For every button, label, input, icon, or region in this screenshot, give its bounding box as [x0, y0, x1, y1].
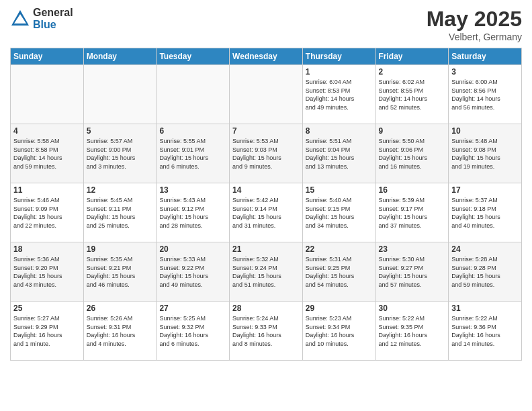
cell-w3-d2: 13Sunrise: 5:43 AM Sunset: 9:12 PM Dayli… [157, 183, 230, 242]
day-num-10: 10 [451, 126, 519, 136]
day-info-19: Sunrise: 5:35 AM Sunset: 9:21 PM Dayligh… [87, 255, 154, 289]
cell-w5-d5: 30Sunrise: 5:22 AM Sunset: 9:35 PM Dayli… [375, 302, 449, 361]
day-info-16: Sunrise: 5:39 AM Sunset: 9:17 PM Dayligh… [379, 196, 446, 230]
cell-w1-d4: 1Sunrise: 6:04 AM Sunset: 8:53 PM Daylig… [302, 65, 375, 124]
day-num-20: 20 [159, 244, 226, 254]
day-num-26: 26 [87, 304, 154, 313]
day-num-31: 31 [451, 304, 519, 313]
day-num-29: 29 [306, 304, 373, 313]
day-num-18: 18 [13, 244, 81, 254]
cell-w5-d1: 26Sunrise: 5:26 AM Sunset: 9:31 PM Dayli… [83, 302, 157, 361]
cell-w4-d6: 24Sunrise: 5:28 AM Sunset: 9:28 PM Dayli… [449, 242, 522, 302]
cell-w1-d0 [11, 65, 84, 124]
day-info-31: Sunrise: 5:22 AM Sunset: 9:36 PM Dayligh… [451, 314, 519, 348]
day-num-1: 1 [306, 67, 373, 77]
day-info-30: Sunrise: 5:22 AM Sunset: 9:35 PM Dayligh… [379, 314, 446, 348]
logo: General Blue [10, 7, 73, 30]
week-row-5: 25Sunrise: 5:27 AM Sunset: 9:29 PM Dayli… [11, 302, 522, 361]
logo-blue-text: Blue [33, 19, 73, 31]
cell-w5-d2: 27Sunrise: 5:25 AM Sunset: 9:32 PM Dayli… [157, 302, 230, 361]
day-num-13: 13 [159, 185, 226, 195]
week-row-3: 11Sunrise: 5:46 AM Sunset: 9:09 PM Dayli… [11, 183, 522, 242]
weekday-header-row: Sunday Monday Tuesday Wednesday Thursday… [11, 48, 522, 65]
day-num-19: 19 [87, 244, 154, 254]
day-num-17: 17 [451, 185, 519, 195]
cell-w3-d3: 14Sunrise: 5:42 AM Sunset: 9:14 PM Dayli… [230, 183, 303, 242]
day-info-4: Sunrise: 5:58 AM Sunset: 8:58 PM Dayligh… [13, 137, 81, 171]
day-info-23: Sunrise: 5:30 AM Sunset: 9:27 PM Dayligh… [379, 255, 446, 289]
cell-w2-d1: 5Sunrise: 5:57 AM Sunset: 9:00 PM Daylig… [83, 124, 157, 183]
day-info-25: Sunrise: 5:27 AM Sunset: 9:29 PM Dayligh… [13, 314, 81, 348]
logo-general-text: General [33, 7, 73, 19]
week-row-2: 4Sunrise: 5:58 AM Sunset: 8:58 PM Daylig… [11, 124, 522, 183]
cell-w4-d0: 18Sunrise: 5:36 AM Sunset: 9:20 PM Dayli… [11, 242, 84, 302]
cell-w3-d1: 12Sunrise: 5:45 AM Sunset: 9:11 PM Dayli… [83, 183, 157, 242]
day-info-28: Sunrise: 5:24 AM Sunset: 9:33 PM Dayligh… [232, 314, 300, 348]
day-info-7: Sunrise: 5:53 AM Sunset: 9:03 PM Dayligh… [232, 137, 300, 171]
day-num-30: 30 [379, 304, 446, 313]
cell-w4-d1: 19Sunrise: 5:35 AM Sunset: 9:21 PM Dayli… [83, 242, 157, 302]
cell-w2-d6: 10Sunrise: 5:48 AM Sunset: 9:08 PM Dayli… [449, 124, 522, 183]
day-num-3: 3 [451, 67, 519, 77]
day-num-6: 6 [159, 126, 226, 136]
day-num-12: 12 [87, 185, 154, 195]
cell-w1-d2 [157, 65, 230, 124]
cell-w5-d6: 31Sunrise: 5:22 AM Sunset: 9:36 PM Dayli… [449, 302, 522, 361]
day-num-8: 8 [306, 126, 373, 136]
day-num-14: 14 [232, 185, 300, 195]
cell-w3-d4: 15Sunrise: 5:40 AM Sunset: 9:15 PM Dayli… [302, 183, 375, 242]
th-wednesday: Wednesday [230, 48, 303, 65]
cell-w5-d0: 25Sunrise: 5:27 AM Sunset: 9:29 PM Dayli… [11, 302, 84, 361]
day-info-27: Sunrise: 5:25 AM Sunset: 9:32 PM Dayligh… [159, 314, 226, 348]
day-info-10: Sunrise: 5:48 AM Sunset: 9:08 PM Dayligh… [451, 137, 519, 171]
cell-w3-d0: 11Sunrise: 5:46 AM Sunset: 9:09 PM Dayli… [11, 183, 84, 242]
day-info-2: Sunrise: 6:02 AM Sunset: 8:55 PM Dayligh… [379, 78, 446, 111]
day-info-17: Sunrise: 5:37 AM Sunset: 9:18 PM Dayligh… [451, 196, 519, 230]
day-info-6: Sunrise: 5:55 AM Sunset: 9:01 PM Dayligh… [159, 137, 226, 171]
day-num-4: 4 [13, 126, 81, 136]
cell-w4-d2: 20Sunrise: 5:33 AM Sunset: 9:22 PM Dayli… [157, 242, 230, 302]
cell-w4-d4: 22Sunrise: 5:31 AM Sunset: 9:25 PM Dayli… [302, 242, 375, 302]
page: General Blue May 2025 Velbert, Germany S… [0, 0, 532, 411]
location: Velbert, Germany [427, 32, 522, 42]
th-sunday: Sunday [11, 48, 84, 65]
th-tuesday: Tuesday [157, 48, 230, 65]
month-title: May 2025 [427, 7, 522, 32]
day-num-25: 25 [13, 304, 81, 313]
day-num-24: 24 [451, 244, 519, 254]
th-friday: Friday [375, 48, 449, 65]
day-num-15: 15 [306, 185, 373, 195]
day-num-16: 16 [379, 185, 446, 195]
th-thursday: Thursday [302, 48, 375, 65]
cell-w1-d5: 2Sunrise: 6:02 AM Sunset: 8:55 PM Daylig… [375, 65, 449, 124]
day-info-18: Sunrise: 5:36 AM Sunset: 9:20 PM Dayligh… [13, 255, 81, 289]
day-num-22: 22 [306, 244, 373, 254]
calendar: Sunday Monday Tuesday Wednesday Thursday… [10, 48, 522, 361]
logo-text: General Blue [33, 7, 73, 30]
day-num-27: 27 [159, 304, 226, 313]
day-num-5: 5 [87, 126, 154, 136]
cell-w1-d1 [83, 65, 157, 124]
day-info-21: Sunrise: 5:32 AM Sunset: 9:24 PM Dayligh… [232, 255, 300, 289]
cell-w3-d6: 17Sunrise: 5:37 AM Sunset: 9:18 PM Dayli… [449, 183, 522, 242]
title-block: May 2025 Velbert, Germany [427, 7, 522, 42]
day-info-13: Sunrise: 5:43 AM Sunset: 9:12 PM Dayligh… [159, 196, 226, 230]
day-info-8: Sunrise: 5:51 AM Sunset: 9:04 PM Dayligh… [306, 137, 373, 171]
cell-w2-d4: 8Sunrise: 5:51 AM Sunset: 9:04 PM Daylig… [302, 124, 375, 183]
day-info-24: Sunrise: 5:28 AM Sunset: 9:28 PM Dayligh… [451, 255, 519, 289]
cell-w2-d3: 7Sunrise: 5:53 AM Sunset: 9:03 PM Daylig… [230, 124, 303, 183]
day-info-1: Sunrise: 6:04 AM Sunset: 8:53 PM Dayligh… [306, 78, 373, 111]
header: General Blue May 2025 Velbert, Germany [10, 7, 522, 42]
th-monday: Monday [83, 48, 157, 65]
day-info-3: Sunrise: 6:00 AM Sunset: 8:56 PM Dayligh… [451, 78, 519, 111]
cell-w5-d4: 29Sunrise: 5:23 AM Sunset: 9:34 PM Dayli… [302, 302, 375, 361]
cell-w3-d5: 16Sunrise: 5:39 AM Sunset: 9:17 PM Dayli… [375, 183, 449, 242]
cell-w2-d0: 4Sunrise: 5:58 AM Sunset: 8:58 PM Daylig… [11, 124, 84, 183]
day-num-21: 21 [232, 244, 300, 254]
day-num-28: 28 [232, 304, 300, 313]
cell-w2-d5: 9Sunrise: 5:50 AM Sunset: 9:06 PM Daylig… [375, 124, 449, 183]
day-info-5: Sunrise: 5:57 AM Sunset: 9:00 PM Dayligh… [87, 137, 154, 171]
day-info-14: Sunrise: 5:42 AM Sunset: 9:14 PM Dayligh… [232, 196, 300, 230]
day-info-22: Sunrise: 5:31 AM Sunset: 9:25 PM Dayligh… [306, 255, 373, 289]
day-info-29: Sunrise: 5:23 AM Sunset: 9:34 PM Dayligh… [306, 314, 373, 348]
